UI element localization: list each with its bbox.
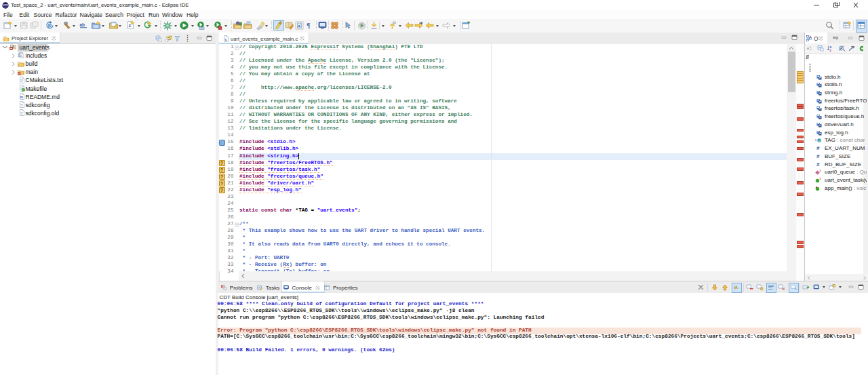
svg-text:c: c [818,139,820,142]
svg-text:m: m [20,95,23,99]
svg-text:s: s [820,169,822,172]
svg-text:s: s [820,177,822,180]
svg-text:s: s [815,138,817,142]
svg-text:a: a [830,45,832,49]
svg-text:ab: ab [80,22,85,27]
svg-text:z: z [830,49,832,52]
svg-text:c: c [129,23,132,28]
svg-text:h: h [21,54,22,58]
svg-text:c: c [225,37,227,41]
svg-text:¶: ¶ [307,22,310,29]
